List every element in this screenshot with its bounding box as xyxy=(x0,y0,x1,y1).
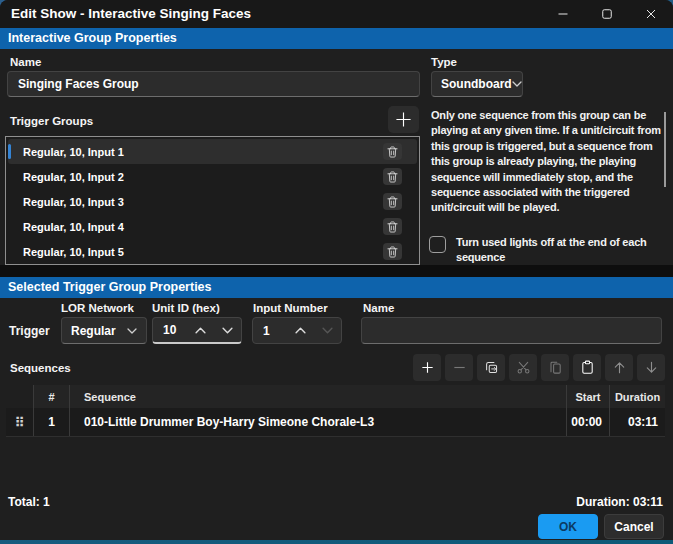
trigger-group-item[interactable]: Regular, 10, Input 1 xyxy=(8,139,417,164)
titlebar: Edit Show - Interactive Singing Faces xyxy=(0,0,673,28)
trash-icon xyxy=(387,221,398,233)
type-dropdown[interactable]: Soundboard xyxy=(431,71,523,97)
unit-id-value[interactable]: 10 xyxy=(153,323,187,337)
unit-id-spinner: 10 xyxy=(152,317,242,344)
start-column-header: Start xyxy=(567,385,610,408)
lor-network-dropdown[interactable]: Regular xyxy=(61,317,147,344)
cancel-button[interactable]: Cancel xyxy=(604,514,664,539)
group-name-label: Name xyxy=(10,56,41,68)
section-header-text: Selected Trigger Group Properties xyxy=(8,280,212,294)
duplicate-icon xyxy=(484,360,499,375)
duration-column-header: Duration xyxy=(610,385,665,408)
trash-icon xyxy=(387,146,398,158)
unit-id-increment-button[interactable] xyxy=(187,318,214,342)
sequence-number-cell: 1 xyxy=(34,408,70,436)
input-number-decrement-button[interactable] xyxy=(314,318,341,343)
window-title: Edit Show - Interactive Singing Faces xyxy=(11,0,251,28)
trigger-group-label: Regular, 10, Input 3 xyxy=(23,196,124,208)
input-number-spinner: 1 xyxy=(252,317,342,344)
trigger-group-item[interactable]: Regular, 10, Input 3 xyxy=(8,189,417,214)
group-name-input[interactable] xyxy=(7,71,420,97)
add-sequence-button[interactable] xyxy=(413,354,441,381)
lor-network-label: LOR Network xyxy=(61,302,134,314)
total-duration: Duration: 03:11 xyxy=(576,495,663,509)
trigger-name-input[interactable] xyxy=(361,317,662,344)
delete-trigger-group-button[interactable] xyxy=(383,193,402,210)
lights-off-checkbox-label[interactable]: Turn used lights off at the end of each … xyxy=(456,235,668,266)
chevron-down-icon xyxy=(222,327,233,334)
window-controls xyxy=(541,0,673,28)
minimize-icon xyxy=(558,9,568,19)
minimize-button[interactable] xyxy=(541,0,585,28)
selection-indicator xyxy=(8,144,11,159)
lor-network-value: Regular xyxy=(71,324,116,338)
delete-trigger-group-button[interactable] xyxy=(383,218,402,235)
scrollbar-thumb[interactable] xyxy=(664,112,666,187)
paste-icon xyxy=(580,360,595,375)
trash-icon xyxy=(387,171,398,183)
trash-icon xyxy=(387,196,398,208)
trigger-group-item[interactable]: Regular, 10, Input 4 xyxy=(8,214,417,239)
ok-button-label: OK xyxy=(559,520,577,534)
input-number-label: Input Number xyxy=(253,302,328,314)
trigger-group-label: Regular, 10, Input 2 xyxy=(23,171,124,183)
move-up-button[interactable] xyxy=(605,354,633,381)
section-divider xyxy=(0,265,673,277)
copy-button[interactable] xyxy=(541,354,569,381)
cut-button[interactable] xyxy=(509,354,537,381)
sequences-label: Sequences xyxy=(10,362,71,374)
copy-icon xyxy=(548,360,563,375)
group-info-text: Only one sequence from this group can be… xyxy=(431,108,667,216)
add-trigger-group-button[interactable] xyxy=(388,106,419,133)
trigger-group-label: Regular, 10, Input 5 xyxy=(23,246,124,258)
trigger-group-item[interactable]: Regular, 10, Input 5 xyxy=(8,239,417,264)
cancel-button-label: Cancel xyxy=(614,520,653,534)
type-value: Soundboard xyxy=(441,77,512,91)
minus-icon xyxy=(452,360,467,375)
trigger-name-label: Name xyxy=(363,302,394,314)
duplicate-sequence-button[interactable] xyxy=(477,354,505,381)
arrow-up-icon xyxy=(612,360,627,375)
close-icon xyxy=(646,9,656,19)
sequence-start-cell: 00:00 xyxy=(567,408,610,436)
chevron-up-icon xyxy=(295,327,306,334)
drag-handle[interactable]: ⠿ xyxy=(6,408,34,436)
plus-icon xyxy=(395,111,412,128)
trigger-groups-label: Trigger Groups xyxy=(10,115,93,127)
total-count: Total: 1 xyxy=(8,495,50,509)
trigger-group-item[interactable]: Regular, 10, Input 2 xyxy=(8,164,417,189)
arrow-down-icon xyxy=(644,360,659,375)
maximize-button[interactable] xyxy=(585,0,629,28)
trash-icon xyxy=(387,246,398,258)
unit-id-label: Unit ID (hex) xyxy=(152,302,220,314)
delete-trigger-group-button[interactable] xyxy=(383,143,402,160)
paste-button[interactable] xyxy=(573,354,601,381)
drag-handle-icon: ⠿ xyxy=(15,416,25,429)
chevron-up-icon xyxy=(195,327,206,334)
close-button[interactable] xyxy=(629,0,673,28)
sequence-name-cell: 010-Little Drummer Boy-Harry Simeone Cho… xyxy=(70,408,567,436)
number-column-header: # xyxy=(34,385,70,408)
unit-id-decrement-button[interactable] xyxy=(214,318,241,342)
delete-trigger-group-button[interactable] xyxy=(383,243,402,260)
maximize-icon xyxy=(602,9,612,19)
trigger-group-label: Regular, 10, Input 1 xyxy=(23,146,124,158)
sequence-row[interactable]: ⠿ 1 010-Little Drummer Boy-Harry Simeone… xyxy=(6,408,665,437)
table-header: # Sequence Start Duration xyxy=(6,385,665,408)
plus-icon xyxy=(420,360,435,375)
trigger-group-label: Regular, 10, Input 4 xyxy=(23,221,124,233)
move-down-button[interactable] xyxy=(637,354,665,381)
delete-trigger-group-button[interactable] xyxy=(383,168,402,185)
edit-show-dialog: Edit Show - Interactive Singing Faces In… xyxy=(0,0,673,540)
sequence-duration-cell: 03:11 xyxy=(610,408,665,436)
remove-sequence-button[interactable] xyxy=(445,354,473,381)
drag-column-header xyxy=(6,385,34,408)
input-number-value[interactable]: 1 xyxy=(253,324,287,338)
input-number-increment-button[interactable] xyxy=(287,318,314,343)
trigger-row-label: Trigger xyxy=(9,324,50,338)
chevron-down-icon xyxy=(322,327,333,334)
lights-off-checkbox[interactable] xyxy=(429,236,446,253)
ok-button[interactable]: OK xyxy=(538,514,598,539)
sequences-table: # Sequence Start Duration ⠿ 1 010-Little… xyxy=(6,385,665,437)
scissors-icon xyxy=(516,360,531,375)
